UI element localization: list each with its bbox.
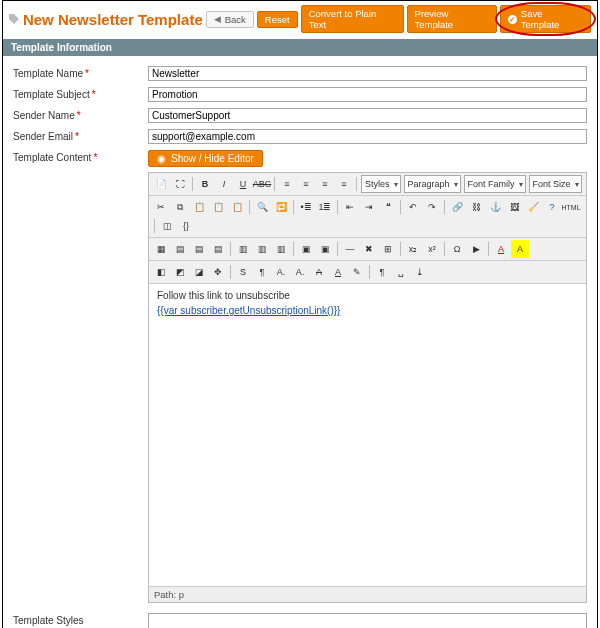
label-template-content: Template Content* <box>13 150 148 163</box>
copy-icon[interactable]: ⧉ <box>171 198 189 216</box>
font-family-select[interactable]: Font Family <box>464 175 526 193</box>
fullscreen-icon[interactable]: ⛶ <box>171 175 189 193</box>
sub-icon[interactable]: x₂ <box>404 240 422 258</box>
back-button[interactable]: ◀ Back <box>206 11 254 28</box>
link-icon[interactable]: 🔗 <box>448 198 466 216</box>
path-label: Path: <box>154 589 176 600</box>
cite-icon[interactable]: ¶ <box>253 263 271 281</box>
strike-icon[interactable]: ABC <box>253 175 271 193</box>
anchor-icon[interactable]: ⚓ <box>486 198 504 216</box>
indent-icon[interactable]: ⇥ <box>360 198 378 216</box>
preview-button[interactable]: Preview Template <box>407 5 497 33</box>
textarea-template-styles[interactable] <box>148 613 587 628</box>
page-title: New Newsletter Template <box>23 11 203 28</box>
toolbar-row-4: ◧ ◩ ◪ ✥ S ¶ A. A. A A ✎ ¶ ␣ <box>149 261 586 284</box>
style-props-icon[interactable]: S <box>234 263 252 281</box>
reset-button[interactable]: Reset <box>257 11 298 28</box>
ins-icon[interactable]: A <box>329 263 347 281</box>
editor-canvas[interactable]: Follow this link to unsubscribe {{var su… <box>149 284 586 586</box>
table-col-before-icon[interactable]: ▥ <box>234 240 252 258</box>
save-template-button[interactable]: ✓ Save Template <box>500 5 591 33</box>
absolute-icon[interactable]: ✥ <box>209 263 227 281</box>
input-template-subject[interactable] <box>148 87 587 102</box>
convert-button[interactable]: Convert to Plain Text <box>301 5 404 33</box>
redo-icon[interactable]: ↷ <box>423 198 441 216</box>
align-left-icon[interactable]: ≡ <box>278 175 296 193</box>
italic-icon[interactable]: I <box>215 175 233 193</box>
backcolor-icon[interactable]: A <box>511 240 529 258</box>
variable-icon[interactable]: {} <box>177 217 195 235</box>
underline-icon[interactable]: U <box>234 175 252 193</box>
label-template-styles: Template Styles <box>13 613 148 626</box>
table-row-after-icon[interactable]: ▤ <box>190 240 208 258</box>
paste-text-icon[interactable]: 📋 <box>209 198 227 216</box>
undo-icon[interactable]: ↶ <box>404 198 422 216</box>
styles-select[interactable]: Styles <box>361 175 401 193</box>
cut-icon[interactable]: ✂ <box>152 198 170 216</box>
toolbar-row-1: 📄 ⛶ B I U ABC ≡ ≡ ≡ ≡ Styles <box>149 173 586 196</box>
align-right-icon[interactable]: ≡ <box>316 175 334 193</box>
help-icon[interactable]: ? <box>543 198 561 216</box>
eye-icon: ◉ <box>157 153 166 164</box>
visual-aid-icon[interactable]: ⊞ <box>379 240 397 258</box>
merge-cells-icon[interactable]: ▣ <box>297 240 315 258</box>
font-size-select[interactable]: Font Size <box>529 175 582 193</box>
layer-forward-icon[interactable]: ◩ <box>171 263 189 281</box>
table-row-before-icon[interactable]: ▤ <box>171 240 189 258</box>
label-template-subject: Template Subject* <box>13 87 148 100</box>
paste-icon[interactable]: 📋 <box>190 198 208 216</box>
toolbar-row-2: ✂ ⧉ 📋 📋 📋 🔍 🔁 •≣ 1≣ ⇤ ⇥ <box>149 196 586 238</box>
forecolor-icon[interactable]: A <box>492 240 510 258</box>
check-icon: ✓ <box>508 15 517 24</box>
unlink-icon[interactable]: ⛓ <box>467 198 485 216</box>
row-sender-name: Sender Name* <box>13 108 587 123</box>
remove-format-icon[interactable]: ✖ <box>360 240 378 258</box>
media-icon[interactable]: ▶ <box>467 240 485 258</box>
split-cells-icon[interactable]: ▣ <box>316 240 334 258</box>
find-icon[interactable]: 🔍 <box>253 198 271 216</box>
toggle-editor-button[interactable]: ◉ Show / Hide Editor <box>148 150 263 167</box>
row-template-content: Template Content* ◉ Show / Hide Editor 📄… <box>13 150 587 603</box>
layer-back-icon[interactable]: ◪ <box>190 263 208 281</box>
number-list-icon[interactable]: 1≣ <box>316 198 334 216</box>
acronym-icon[interactable]: A. <box>291 263 309 281</box>
widget-icon[interactable]: ◫ <box>158 217 176 235</box>
bold-icon[interactable]: B <box>196 175 214 193</box>
form-area: Template Name* Template Subject* Sender … <box>3 56 597 628</box>
hr-icon[interactable]: — <box>341 240 359 258</box>
outdent-icon[interactable]: ⇤ <box>341 198 359 216</box>
back-arrow-icon: ◀ <box>214 14 221 24</box>
input-template-name[interactable] <box>148 66 587 81</box>
page-container: New Newsletter Template ◀ Back Reset Con… <box>2 0 598 628</box>
abbr-icon[interactable]: A. <box>272 263 290 281</box>
layer-icon[interactable]: ◧ <box>152 263 170 281</box>
table-delete-col-icon[interactable]: ▥ <box>272 240 290 258</box>
charmap-icon[interactable]: Ω <box>448 240 466 258</box>
visualchars-icon[interactable]: ¶ <box>373 263 391 281</box>
sup-icon[interactable]: x² <box>423 240 441 258</box>
label-sender-email: Sender Email* <box>13 129 148 142</box>
del-icon[interactable]: A <box>310 263 328 281</box>
canvas-unsubscribe-link[interactable]: {{var subscriber.getUnsubscriptionLink()… <box>157 305 340 316</box>
html-icon[interactable]: HTML <box>562 198 580 216</box>
nbsp-icon[interactable]: ␣ <box>392 263 410 281</box>
replace-icon[interactable]: 🔁 <box>272 198 290 216</box>
table-delete-row-icon[interactable]: ▤ <box>209 240 227 258</box>
paste-word-icon[interactable]: 📋 <box>228 198 246 216</box>
blockquote-icon[interactable]: ❝ <box>379 198 397 216</box>
align-justify-icon[interactable]: ≡ <box>335 175 353 193</box>
attribs-icon[interactable]: ✎ <box>348 263 366 281</box>
cleanup-icon[interactable]: 🧹 <box>524 198 542 216</box>
bullet-list-icon[interactable]: •≣ <box>297 198 315 216</box>
pagebreak-icon[interactable]: ⤓ <box>411 263 429 281</box>
align-center-icon[interactable]: ≡ <box>297 175 315 193</box>
input-sender-name[interactable] <box>148 108 587 123</box>
image-icon[interactable]: 🖼 <box>505 198 523 216</box>
tag-icon <box>9 14 19 24</box>
table-icon[interactable]: ▦ <box>152 240 170 258</box>
input-sender-email[interactable] <box>148 129 587 144</box>
table-col-after-icon[interactable]: ▥ <box>253 240 271 258</box>
new-document-icon[interactable]: 📄 <box>152 175 170 193</box>
row-template-styles: Template Styles <box>13 613 587 628</box>
format-select[interactable]: Paragraph <box>404 175 461 193</box>
